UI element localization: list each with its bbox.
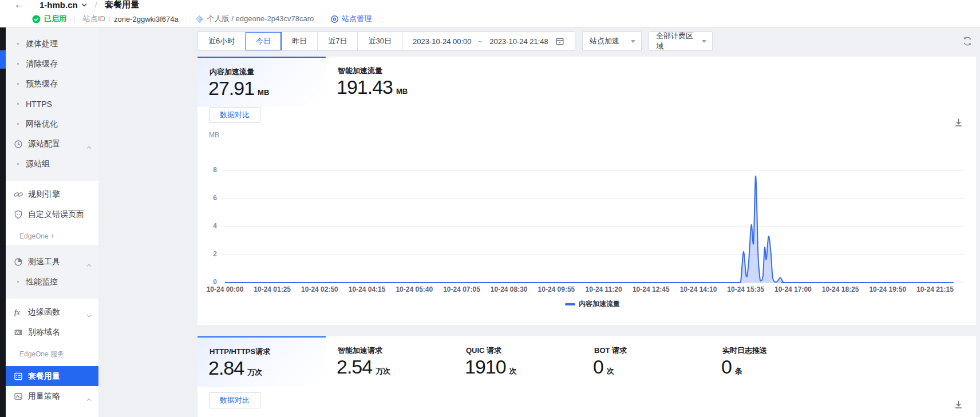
- plan-name: 个人版 / edgeone-2p43cv78caro: [207, 14, 314, 24]
- sidebar-item-套餐用量[interactable]: 套餐用量: [6, 366, 98, 386]
- bullet-icon: [17, 103, 19, 105]
- area-chart-svg: [220, 165, 965, 291]
- bullet-icon: [17, 83, 19, 85]
- sidebar-item-label: HTTPS: [26, 100, 52, 109]
- site-manage-icon: [330, 15, 339, 23]
- stat-label: 智能加速请求: [338, 345, 382, 356]
- range-yesterday-button[interactable]: 昨日: [282, 32, 318, 50]
- stat-value: 2.54: [337, 356, 372, 378]
- range-last30d-button[interactable]: 近30日: [358, 32, 402, 50]
- stat-unit: 万次: [247, 367, 262, 378]
- refresh-button[interactable]: [961, 34, 974, 48]
- stat-unit: MB: [258, 88, 269, 97]
- caret-down-icon: [702, 40, 706, 43]
- range-last7d-button[interactable]: 近7日: [318, 32, 358, 50]
- requests-tab-HTTP/HTTPS请求[interactable]: HTTP/HTTPS请求2.84万次: [197, 336, 326, 387]
- svg-text:W.: W.: [15, 329, 21, 335]
- caret-down-icon: [631, 40, 635, 43]
- plan-diamond-icon: [195, 15, 204, 23]
- sidebar-item-测速工具[interactable]: 测速工具: [6, 252, 98, 272]
- x-tick-label: 10-24 07:05: [443, 285, 480, 293]
- svg-text:fx: fx: [14, 308, 20, 316]
- area-fill: [225, 176, 954, 283]
- service-filter-select[interactable]: 站点加速: [582, 31, 642, 51]
- requests-tab-BOT 请求[interactable]: BOT 请求0次: [582, 336, 710, 387]
- sidebar-item-自定义错误页面[interactable]: 自定义错误页面: [6, 204, 98, 224]
- sidebar-item-源站配置[interactable]: 源站配置: [6, 134, 98, 154]
- compare-button[interactable]: 数据对比: [209, 392, 260, 408]
- sidebar-item-label: 性能监控: [26, 277, 58, 287]
- requests-card: HTTP/HTTPS请求2.84万次智能加速请求2.54万次QUIC 请求191…: [197, 336, 976, 417]
- compare-button[interactable]: 数据对比: [209, 107, 260, 123]
- sidebar-item-媒体处理[interactable]: 媒体处理: [6, 34, 98, 54]
- sidebar-item-label: 自定义错误页面: [28, 209, 84, 220]
- x-tick-label: 10-24 19:50: [869, 285, 906, 293]
- requests-tab-智能加速请求[interactable]: 智能加速请求2.54万次: [326, 336, 454, 387]
- date-range-picker[interactable]: 2023-10-24 00:00 ~ 2023-10-24 21:48: [402, 32, 575, 50]
- requests-tab-实时日志推送[interactable]: 实时日志推送0条: [710, 336, 839, 387]
- chevron-down-icon[interactable]: [86, 310, 92, 319]
- chevron-down-icon[interactable]: [81, 3, 87, 7]
- stat-label: 智能加速流量: [338, 66, 382, 76]
- sidebar-item-label: 规则引擎: [28, 189, 60, 200]
- site-switcher[interactable]: 1-hmb.cn: [39, 0, 78, 10]
- chevron-up-icon[interactable]: [86, 260, 92, 269]
- sidebar-item-源站组[interactable]: 源站组: [6, 154, 98, 174]
- chevron-up-icon[interactable]: [86, 142, 92, 151]
- rail-scroll-thumb[interactable]: [0, 50, 6, 69]
- y-tick-label: 4: [197, 222, 217, 230]
- sidebar-item-预热缓存[interactable]: 预热缓存: [6, 74, 98, 94]
- fx-icon: fx: [14, 308, 23, 317]
- page-header: ← 1-hmb.cn / 套餐用量 已启用 站点ID： zone-2ggwki3…: [0, 0, 980, 27]
- refresh-icon: [962, 36, 973, 46]
- sidebar-item-label: 源站配置: [28, 139, 60, 149]
- sidebar-item-label: 别称域名: [28, 327, 60, 337]
- region-filter-select[interactable]: 全部计费区域: [649, 31, 713, 51]
- stat-label: HTTP/HTTPS请求: [210, 347, 270, 357]
- stat-unit: 次: [509, 366, 517, 376]
- sidebar-item-规则引擎[interactable]: 规则引擎: [6, 184, 98, 204]
- sidebar-item-边缘函数[interactable]: fx边缘函数: [6, 302, 98, 322]
- collapsed-nav-rail[interactable]: [0, 27, 6, 417]
- traffic-tab-内容加速流量[interactable]: 内容加速流量27.91MB: [197, 57, 326, 107]
- date-start: 2023-10-24 00:00: [413, 37, 472, 46]
- sidebar-item-label: 源站组: [26, 159, 50, 169]
- traffic-tab-智能加速流量[interactable]: 智能加速流量191.43MB: [326, 57, 454, 107]
- x-tick-label: 10-24 04:15: [349, 285, 386, 293]
- breadcrumb: ← 1-hmb.cn / 套餐用量: [0, 0, 139, 11]
- chevron-up-icon[interactable]: [86, 394, 92, 403]
- sidebar-item-HTTPS[interactable]: HTTPS: [6, 94, 98, 114]
- stat-label: 实时日志推送: [722, 345, 767, 356]
- sidebar-item-清除缓存[interactable]: 清除缓存: [6, 54, 98, 74]
- bullet-icon: [17, 281, 19, 283]
- sidebar: 媒体处理清除缓存预热缓存HTTPS网络优化源站配置源站组规则引擎自定义错误页面E…: [6, 27, 98, 417]
- bullet-icon: [17, 163, 19, 165]
- stat-value: 0: [721, 356, 732, 378]
- x-tick-label: 10-24 09:55: [538, 285, 575, 293]
- sidebar-item-label: 清除缓存: [26, 59, 58, 69]
- stat-value: 27.91: [208, 77, 254, 100]
- site-manage-link[interactable]: 站点管理: [330, 14, 372, 24]
- x-tick-label: 10-24 14:10: [680, 285, 717, 293]
- sidebar-item-网络优化[interactable]: 网络优化: [6, 114, 98, 134]
- sidebar-item-用量策略[interactable]: 用量策略: [6, 386, 98, 406]
- sidebar-item-label: 边缘函数: [28, 307, 60, 317]
- requests-tab-QUIC 请求[interactable]: QUIC 请求1910次: [454, 336, 582, 387]
- stat-unit: 次: [607, 366, 614, 376]
- sidebar-item-label: 套餐用量: [28, 371, 60, 382]
- bullet-icon: [17, 43, 19, 45]
- x-tick-label: 10-24 21:15: [916, 285, 954, 293]
- back-arrow-icon[interactable]: ←: [14, 0, 25, 10]
- x-tick-label: 10-24 05:40: [396, 285, 433, 293]
- clock-icon: [14, 140, 23, 149]
- range-last6h-button[interactable]: 近6小时: [198, 32, 246, 50]
- x-tick-label: 10-24 01:25: [254, 285, 291, 293]
- range-today-button[interactable]: 今日: [246, 32, 282, 50]
- sidebar-item-别称域名[interactable]: W.别称域名: [6, 322, 98, 342]
- sidebar-item-性能监控[interactable]: 性能监控: [6, 272, 98, 292]
- sidebar-item-label: 测速工具: [28, 257, 60, 267]
- download-button[interactable]: [952, 116, 965, 129]
- chart-legend[interactable]: 内容加速流量: [220, 299, 965, 309]
- x-tick-label: 10-24 00:00: [207, 285, 244, 293]
- download-button[interactable]: [952, 398, 965, 411]
